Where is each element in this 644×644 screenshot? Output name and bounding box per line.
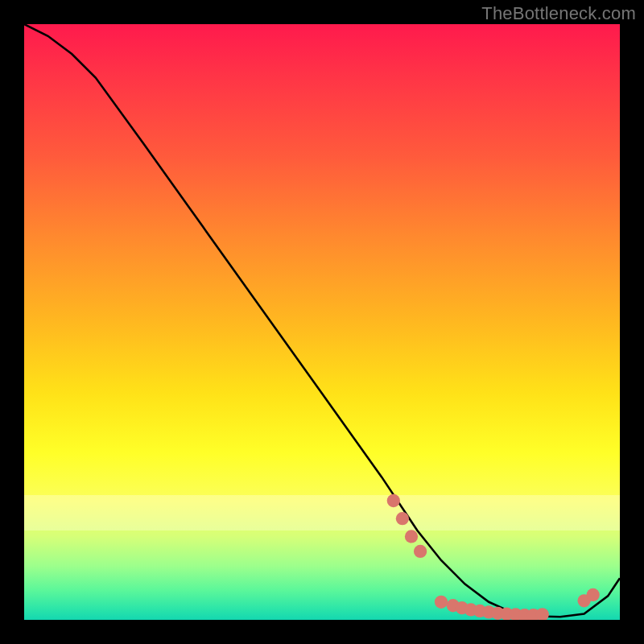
attribution-text: TheBottleneck.com [481,3,636,24]
data-marker [435,596,448,609]
chart-frame: TheBottleneck.com [0,0,644,644]
curve-svg [24,24,620,620]
curve-path [24,24,620,617]
data-marker [414,545,427,558]
data-marker [387,494,400,507]
data-marker [396,512,409,525]
data-marker [587,588,600,601]
data-marker [405,530,418,543]
plot-area [24,24,620,620]
data-marker [536,608,549,620]
marker-group [387,494,600,620]
